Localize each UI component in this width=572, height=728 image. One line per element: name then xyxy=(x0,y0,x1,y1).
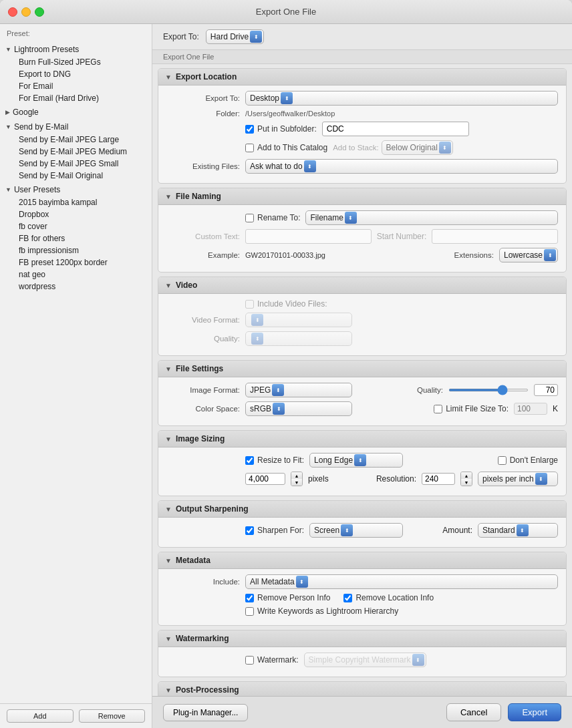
include-video-row: Include Video Files: xyxy=(166,299,558,309)
preset-dropbox[interactable]: Dropbox xyxy=(0,208,152,220)
cancel-button[interactable]: Cancel xyxy=(446,703,501,721)
preset-send-email-original[interactable]: Send by E-Mail Original xyxy=(0,170,152,182)
write-keywords-checkbox[interactable] xyxy=(245,607,254,616)
plugin-manager-button[interactable]: Plug-in Manager... xyxy=(163,704,248,721)
remove-preset-button[interactable]: Remove xyxy=(79,709,146,723)
limit-input[interactable] xyxy=(514,403,547,415)
watermark-checkbox-label[interactable]: Watermark: xyxy=(245,655,299,665)
subfolder-checkbox[interactable] xyxy=(245,125,254,134)
quality-slider[interactable] xyxy=(448,389,529,391)
stack-arrow: ⬍ xyxy=(439,142,451,154)
write-keywords-text: Write Keywords as Lightroom Hierarchy xyxy=(257,606,398,616)
export-to-select[interactable]: Hard Drive ⬍ xyxy=(206,29,264,44)
stack-select[interactable]: Below Original ⬍ xyxy=(382,140,453,155)
preset-fb-cover[interactable]: fb cover xyxy=(0,220,152,232)
export-button[interactable]: Export xyxy=(508,703,561,721)
group-lightroom-presets-header[interactable]: ▼ Lightroom Presets xyxy=(0,43,152,56)
subfolder-checkbox-label[interactable]: Put in Subfolder: xyxy=(245,124,317,134)
sharpen-for-select[interactable]: Screen ⬍ xyxy=(309,523,403,538)
section-title: Video xyxy=(176,281,197,290)
preset-burn-full-sized-jpegs[interactable]: Burn Full-Sized JPEGs xyxy=(0,56,152,68)
catalog-checkbox[interactable] xyxy=(245,144,254,152)
group-user-presets-header[interactable]: ▼ User Presets xyxy=(0,183,152,196)
resize-checkbox-label[interactable]: Resize to Fit: xyxy=(245,456,304,465)
remove-location-label[interactable]: Remove Location Info xyxy=(343,593,434,602)
sharpen-checkbox-label[interactable]: Sharpen For: xyxy=(245,526,304,535)
preset-send-email-large[interactable]: Send by E-Mail JPEG Large xyxy=(0,134,152,146)
preset-nat-geo[interactable]: nat geo xyxy=(0,268,152,281)
maximize-button[interactable] xyxy=(35,7,44,17)
existing-select[interactable]: Ask what to do ⬍ xyxy=(245,159,558,174)
section-metadata: ▼ Metadata Include: All Metadata ⬍ xyxy=(158,552,567,626)
limit-checkbox[interactable] xyxy=(434,405,442,413)
subfolder-input[interactable] xyxy=(322,122,469,136)
limit-unit: K xyxy=(553,404,558,413)
preset-2015-bayimba[interactable]: 2015 bayimba kampal xyxy=(0,196,152,208)
dont-enlarge-label[interactable]: Don't Enlarge xyxy=(498,456,558,465)
rename-checkbox-label[interactable]: Rename To: xyxy=(245,213,300,222)
catalog-checkbox-label[interactable]: Add to This Catalog xyxy=(245,143,327,152)
resize-select[interactable]: Long Edge ⬍ xyxy=(309,453,403,468)
section-image-sizing-header[interactable]: ▼ Image Sizing xyxy=(158,431,566,447)
write-keywords-label[interactable]: Write Keywords as Lightroom Hierarchy xyxy=(245,606,398,616)
remove-location-checkbox[interactable] xyxy=(343,594,352,602)
section-video-header[interactable]: ▼ Video xyxy=(158,277,566,294)
pixels-up[interactable]: ▲ xyxy=(291,472,302,479)
section-file-naming-header[interactable]: ▼ File Naming xyxy=(158,188,566,205)
resolution-stepper[interactable]: ▲ ▼ xyxy=(460,472,472,486)
preset-wordpress[interactable]: wordpress xyxy=(0,281,152,293)
preset-fb-impressionism[interactable]: fb impressionism xyxy=(0,244,152,256)
section-watermarking-header[interactable]: ▼ Watermarking xyxy=(158,630,566,647)
sharpen-checkbox[interactable] xyxy=(245,526,254,535)
preset-label: Preset: xyxy=(0,24,152,40)
watermark-select[interactable]: Simple Copyright Watermark ⬍ xyxy=(304,653,426,667)
extensions-select[interactable]: Lowercase ⬍ xyxy=(499,248,558,262)
custom-text-input[interactable] xyxy=(245,229,372,244)
res-up[interactable]: ▲ xyxy=(461,472,472,479)
preset-export-to-dng[interactable]: Export to DNG xyxy=(0,68,152,80)
close-button[interactable] xyxy=(8,7,17,17)
rename-checkbox[interactable] xyxy=(245,214,254,222)
preset-fb-for-others[interactable]: FB for others xyxy=(0,232,152,244)
format-select[interactable]: JPEG ⬍ xyxy=(245,383,352,397)
limit-checkbox-label[interactable]: Limit File Size To: xyxy=(434,404,509,413)
group-send-by-email-header[interactable]: ▼ Send by E-Mail xyxy=(0,120,152,134)
resolution-unit-select[interactable]: pixels per inch ⬍ xyxy=(478,472,558,486)
video-quality-select[interactable]: ⬍ xyxy=(245,331,352,346)
resolution-input[interactable] xyxy=(422,473,455,485)
pixels-stepper[interactable]: ▲ ▼ xyxy=(291,472,303,486)
res-down[interactable]: ▼ xyxy=(461,479,472,486)
video-format-select[interactable]: ⬍ xyxy=(245,313,352,327)
section-file-settings-header[interactable]: ▼ File Settings xyxy=(158,361,566,377)
section-post-processing-header[interactable]: ▼ Post-Processing xyxy=(158,682,566,696)
pixels-down[interactable]: ▼ xyxy=(291,479,302,486)
add-preset-button[interactable]: Add xyxy=(7,709,74,723)
section-export-location-header[interactable]: ▼ Export Location xyxy=(158,69,566,85)
section-metadata-header[interactable]: ▼ Metadata xyxy=(158,552,566,569)
preset-fb-preset-1200[interactable]: FB preset 1200px border xyxy=(0,256,152,268)
watermark-checkbox[interactable] xyxy=(245,656,254,665)
export-to-field-select[interactable]: Desktop ⬍ xyxy=(245,91,558,106)
amount-select[interactable]: Standard ⬍ xyxy=(478,523,558,538)
quality-value-input[interactable] xyxy=(534,384,558,396)
color-select[interactable]: sRGB ⬍ xyxy=(245,401,352,416)
include-metadata-select[interactable]: All Metadata ⬍ xyxy=(245,574,558,589)
include-video-checkbox[interactable] xyxy=(245,300,254,309)
preset-send-email-small[interactable]: Send by E-Mail JPEG Small xyxy=(0,158,152,170)
section-video-body: Include Video Files: Video Format: ⬍ xyxy=(158,294,566,355)
remove-person-label[interactable]: Remove Person Info xyxy=(245,593,330,602)
section-output-sharpening-header[interactable]: ▼ Output Sharpening xyxy=(158,501,566,518)
minimize-button[interactable] xyxy=(21,7,31,17)
watermark-row: Watermark: Simple Copyright Watermark ⬍ xyxy=(166,653,558,667)
remove-person-checkbox[interactable] xyxy=(245,594,254,602)
include-video-checkbox-label[interactable]: Include Video Files: xyxy=(245,299,327,309)
preset-send-email-medium[interactable]: Send by E-Mail JPEG Medium xyxy=(0,146,152,158)
resize-checkbox[interactable] xyxy=(245,456,254,465)
rename-select[interactable]: Filename ⬍ xyxy=(305,210,558,225)
start-number-input[interactable] xyxy=(432,229,558,244)
preset-for-email-hard-drive[interactable]: For Email (Hard Drive) xyxy=(0,92,152,104)
pixels-input[interactable] xyxy=(245,473,285,485)
preset-for-email[interactable]: For Email xyxy=(0,80,152,92)
dont-enlarge-checkbox[interactable] xyxy=(498,456,507,465)
group-google-header[interactable]: ▶ Google xyxy=(0,106,152,119)
